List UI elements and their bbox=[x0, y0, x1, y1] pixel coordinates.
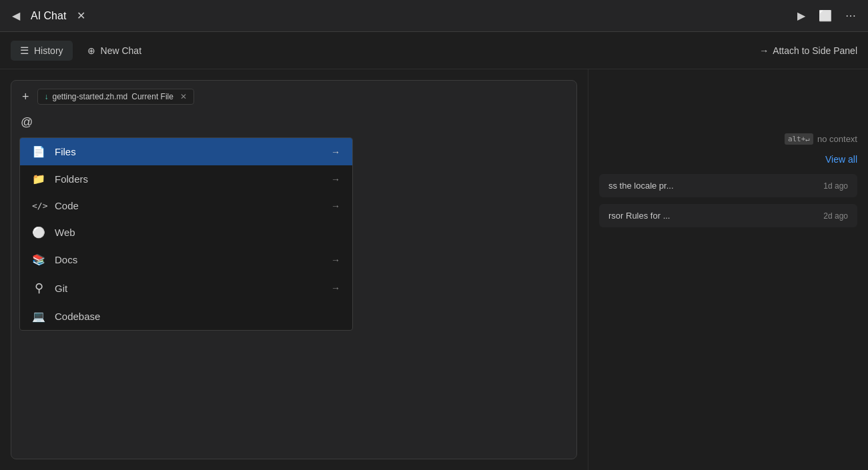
history-item-0-time: 1d ago bbox=[823, 181, 848, 191]
new-chat-button[interactable]: ⊕ New Chat bbox=[78, 41, 151, 60]
menu-item-docs[interactable]: 📚 Docs → bbox=[20, 246, 352, 273]
menu-item-git[interactable]: ⚲ Git → bbox=[20, 273, 352, 303]
no-context-label: no context bbox=[817, 134, 857, 144]
files-arrow-icon: → bbox=[331, 147, 340, 157]
menu-item-files-label: Files bbox=[55, 146, 322, 157]
toolbar: ☰ History ⊕ New Chat → Attach to Side Pa… bbox=[0, 32, 868, 69]
view-all-button[interactable]: View all bbox=[825, 154, 857, 165]
new-chat-icon: ⊕ bbox=[87, 45, 95, 56]
menu-item-code[interactable]: </> Code → bbox=[20, 193, 352, 219]
menu-item-code-label: Code bbox=[55, 200, 322, 211]
app-title: AI Chat bbox=[31, 10, 66, 22]
menu-item-web-label: Web bbox=[55, 227, 340, 238]
menu-item-docs-label: Docs bbox=[55, 254, 322, 265]
web-icon: ⚪ bbox=[32, 226, 45, 239]
back-button[interactable]: ◀ bbox=[8, 5, 24, 26]
right-panel: alt+↵ no context View all ss the locale … bbox=[588, 69, 868, 470]
folders-icon: 📁 bbox=[32, 173, 45, 185]
files-icon: 📄 bbox=[32, 145, 45, 158]
chat-container: + ↓ getting-started.zh.md Current File ✕… bbox=[11, 80, 577, 459]
docs-icon: 📚 bbox=[32, 253, 45, 266]
title-bar-right: ▶ ⬜ ⋯ bbox=[793, 5, 860, 26]
close-panel-button[interactable]: ✕ bbox=[73, 5, 89, 26]
menu-item-codebase-label: Codebase bbox=[55, 311, 340, 322]
context-dropdown-menu: 📄 Files → 📁 Folders → </> Code → ⚪ Web bbox=[19, 137, 353, 331]
menu-item-folders[interactable]: 📁 Folders → bbox=[20, 165, 352, 193]
more-options-button[interactable]: ⋯ bbox=[841, 5, 860, 26]
left-panel: + ↓ getting-started.zh.md Current File ✕… bbox=[0, 69, 588, 470]
title-bar: ◀ AI Chat ✕ ▶ ⬜ ⋯ bbox=[0, 0, 868, 32]
menu-item-files[interactable]: 📄 Files → bbox=[20, 138, 352, 165]
no-context-row: alt+↵ no context bbox=[599, 133, 857, 145]
no-context-kbd: alt+↵ bbox=[785, 133, 813, 145]
history-item-1-time: 2d ago bbox=[823, 211, 848, 221]
history-item-0-text: ss the locale pr... bbox=[608, 181, 815, 191]
git-icon: ⚲ bbox=[32, 281, 45, 295]
folders-arrow-icon: → bbox=[331, 174, 340, 185]
add-tab-button[interactable]: + bbox=[19, 89, 32, 104]
history-icon: ☰ bbox=[20, 45, 29, 57]
file-tab-type: Current File bbox=[131, 92, 173, 101]
split-button[interactable]: ⬜ bbox=[815, 5, 836, 26]
history-label: History bbox=[34, 45, 63, 56]
attach-arrow-icon: → bbox=[759, 45, 769, 56]
title-bar-left: ◀ AI Chat ✕ bbox=[8, 5, 89, 26]
new-chat-label: New Chat bbox=[101, 45, 141, 56]
code-icon: </> bbox=[32, 201, 45, 211]
file-download-icon: ↓ bbox=[45, 92, 49, 101]
toolbar-left: ☰ History ⊕ New Chat bbox=[11, 41, 151, 61]
menu-item-web[interactable]: ⚪ Web bbox=[20, 219, 352, 246]
history-item-1[interactable]: rsor Rules for ... 2d ago bbox=[599, 204, 857, 227]
view-all-container: View all bbox=[599, 151, 857, 167]
chat-tabs-row: + ↓ getting-started.zh.md Current File ✕ bbox=[19, 89, 568, 105]
menu-item-codebase[interactable]: 💻 Codebase bbox=[20, 303, 352, 330]
menu-item-folders-label: Folders bbox=[55, 173, 322, 185]
code-arrow-icon: → bbox=[331, 201, 340, 211]
history-item-1-text: rsor Rules for ... bbox=[608, 211, 815, 221]
menu-item-git-label: Git bbox=[55, 283, 322, 294]
codebase-icon: 💻 bbox=[32, 310, 45, 323]
docs-arrow-icon: → bbox=[331, 255, 340, 265]
history-item-0[interactable]: ss the locale pr... 1d ago bbox=[599, 174, 857, 197]
attach-label: Attach to Side Panel bbox=[773, 45, 857, 56]
file-tab-close-button[interactable]: ✕ bbox=[177, 92, 187, 101]
file-tab[interactable]: ↓ getting-started.zh.md Current File ✕ bbox=[37, 89, 194, 105]
git-arrow-icon: → bbox=[331, 283, 340, 293]
main-content: + ↓ getting-started.zh.md Current File ✕… bbox=[0, 69, 868, 470]
at-symbol: @ bbox=[19, 113, 568, 132]
file-tab-name: getting-started.zh.md bbox=[53, 92, 128, 101]
run-button[interactable]: ▶ bbox=[793, 5, 809, 26]
history-button[interactable]: ☰ History bbox=[11, 41, 73, 61]
attach-side-panel-button[interactable]: → Attach to Side Panel bbox=[759, 45, 857, 56]
